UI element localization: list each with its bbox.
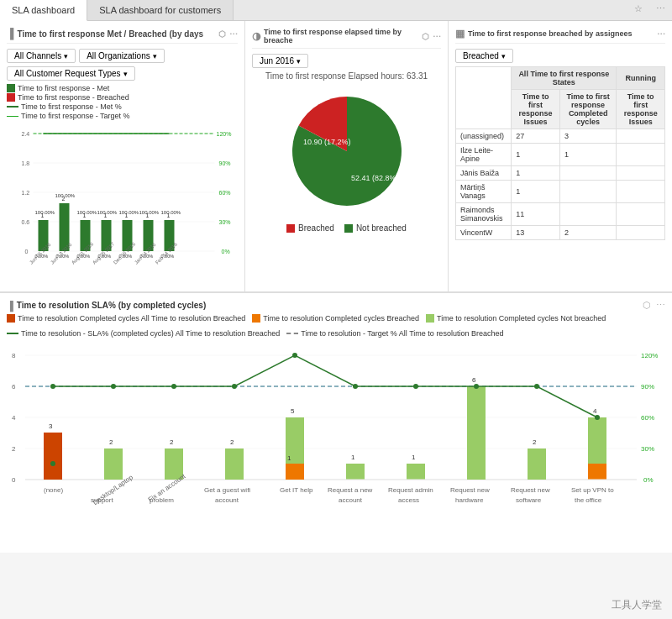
panel2-header: ◑ Time to first response elapsed time by…	[252, 28, 441, 49]
svg-text:Set up VPN to: Set up VPN to	[571, 486, 614, 494]
svg-text:6: 6	[12, 383, 16, 391]
bottom-icon-gear[interactable]: ⬡	[643, 300, 651, 311]
filter-date[interactable]: Jun 2016	[252, 54, 308, 68]
panel1-chart: 2.4 1.8 1.2 0.6 0 120% 90% 60% 30% 0% 1 …	[7, 123, 238, 283]
svg-point-101	[353, 384, 358, 389]
svg-rect-91	[528, 449, 546, 480]
row-c3	[617, 129, 665, 144]
svg-text:0.00%: 0.00%	[119, 254, 133, 259]
panel-met-breached: ▐ Time to first response Met / Breached …	[0, 21, 245, 291]
svg-text:90%: 90%	[641, 383, 654, 391]
svg-text:1: 1	[287, 454, 291, 462]
svg-point-96	[50, 384, 55, 389]
filter-channels[interactable]: All Channels	[7, 49, 76, 63]
row-c3	[617, 226, 665, 240]
bottom-icon-dots[interactable]: ⋯	[656, 300, 665, 311]
svg-text:2: 2	[170, 438, 174, 446]
filter-request-types[interactable]: All Customer Request Types	[7, 66, 135, 81]
svg-text:60%: 60%	[641, 414, 654, 422]
svg-rect-82	[286, 464, 304, 480]
panel3-icon[interactable]: ⋯	[657, 29, 665, 39]
row-name: Raimonds Simanovskis	[456, 203, 512, 226]
row-name: Jānis Baiža	[456, 166, 512, 181]
panel1-icon3[interactable]: ⋯	[229, 29, 238, 39]
svg-text:0.6: 0.6	[22, 219, 30, 225]
legend-orange-dark	[7, 314, 15, 323]
panel1-header: ▐ Time to first response Met / Breached …	[7, 28, 238, 44]
table-row: VincentW 13 2	[456, 226, 665, 240]
svg-text:0.00%: 0.00%	[56, 254, 70, 259]
pie-area: Time to first response Elapsed hours: 63…	[252, 71, 441, 233]
svg-point-102	[413, 384, 418, 389]
tab-sla-customers[interactable]: SLA dashboard for customers	[87, 0, 234, 20]
svg-rect-85	[346, 464, 365, 480]
svg-text:1.2: 1.2	[22, 190, 30, 196]
svg-rect-70	[44, 433, 62, 480]
legend-line-dashed	[286, 333, 298, 334]
top-row: ▐ Time to first response Met / Breached …	[0, 21, 672, 292]
svg-text:2.4: 2.4	[22, 131, 30, 137]
table-row: Mārtiņš Vanags 1	[456, 181, 665, 203]
filter-breached[interactable]: Breached	[455, 49, 513, 63]
tab-sla-dashboard[interactable]: SLA dashboard	[0, 0, 87, 21]
svg-text:4: 4	[593, 407, 597, 415]
star-icon[interactable]: ☆	[627, 0, 649, 20]
bottom-chart: 8 6 4 2 0 120% 90% 60% 30% 0% 3	[7, 343, 662, 544]
svg-text:2: 2	[230, 438, 234, 446]
row-c2: 1	[559, 144, 616, 166]
svg-text:100.00%: 100.00%	[55, 193, 76, 198]
legend-line-green	[7, 333, 18, 334]
svg-text:0.00%: 0.00%	[35, 254, 49, 259]
pie-legend: Breached Not breached	[286, 223, 407, 233]
svg-point-105	[595, 415, 600, 420]
legend-green	[426, 314, 434, 323]
row-c1: 1	[512, 144, 560, 166]
legend-notbreached-label: Not breached	[356, 223, 407, 233]
row-c2: 2	[559, 226, 616, 240]
row-c3	[617, 166, 665, 181]
svg-text:1.8: 1.8	[22, 160, 30, 166]
bar-chart-icon: ▐	[7, 28, 14, 39]
panel2-icon3[interactable]: ⋯	[433, 32, 441, 41]
svg-text:100.00%: 100.00%	[77, 210, 97, 215]
svg-text:0%: 0%	[643, 476, 654, 484]
filter-orgs[interactable]: All Organizations	[79, 49, 165, 63]
svg-text:Request admin: Request admin	[388, 486, 433, 494]
row-c2: 3	[559, 129, 616, 144]
svg-text:Request new: Request new	[511, 486, 550, 494]
svg-text:2: 2	[12, 445, 16, 453]
svg-text:0.00%: 0.00%	[140, 254, 154, 259]
svg-text:90%: 90%	[219, 160, 231, 166]
row-name: Mārtiņš Vanags	[456, 181, 512, 203]
dots-icon[interactable]: ⋯	[649, 0, 672, 20]
svg-rect-19	[60, 203, 70, 220]
row-c3	[617, 203, 665, 226]
panel-assignees: ▦ Time to first response breached by ass…	[449, 21, 672, 291]
table-row: Jānis Baiža 1	[456, 166, 665, 181]
table-row: Raimonds Simanovskis 11	[456, 203, 665, 226]
svg-point-104	[534, 384, 539, 389]
panel-elapsed-time: ◑ Time to first response elapsed time by…	[245, 21, 449, 291]
svg-text:support: support	[91, 496, 113, 504]
panel1-legend: Time to first response - Met Time to fir…	[7, 84, 238, 120]
svg-text:8: 8	[12, 352, 16, 359]
svg-rect-94	[588, 464, 606, 480]
pie-icon: ◑	[252, 30, 260, 42]
row-c1: 11	[512, 203, 560, 226]
svg-text:1: 1	[351, 454, 355, 461]
row-name: VincentW	[456, 226, 512, 240]
row-c3	[617, 181, 665, 203]
svg-text:Get IT help: Get IT help	[280, 486, 313, 494]
panel1-title: Time to first response Met / Breached (b…	[18, 29, 204, 39]
svg-point-97	[111, 384, 116, 389]
table-icon: ▦	[455, 28, 465, 39]
svg-text:10.90 (17.2%): 10.90 (17.2%)	[303, 138, 351, 146]
row-c2	[559, 203, 616, 226]
row-c1: 13	[512, 226, 560, 240]
svg-point-99	[232, 384, 237, 389]
svg-text:Request new: Request new	[450, 486, 490, 494]
svg-text:100.00%: 100.00%	[35, 210, 55, 215]
row-c1: 1	[512, 166, 560, 181]
col-issues: Time to first response Issues	[512, 90, 560, 129]
panel3-filter-row: Breached	[455, 49, 665, 63]
